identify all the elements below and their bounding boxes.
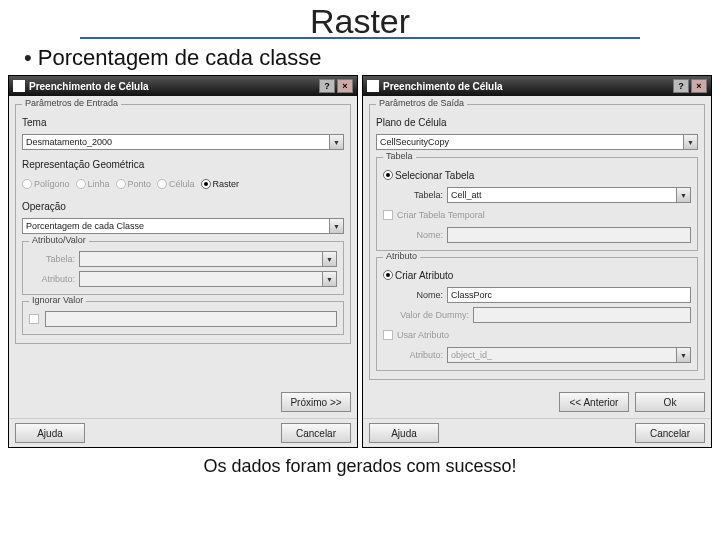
dialog-right: Preenchimento de Célula ? × Parâmetros d… bbox=[362, 75, 712, 448]
atributo-label: Atributo: bbox=[383, 350, 447, 360]
operation-label: Operação bbox=[22, 201, 66, 212]
tabela-label: Tabela: bbox=[29, 254, 79, 264]
help-button[interactable]: Ajuda bbox=[15, 423, 85, 443]
help-button[interactable]: Ajuda bbox=[369, 423, 439, 443]
tabela-combo[interactable]: Cell_att ▼ bbox=[447, 187, 691, 203]
chevron-down-icon[interactable]: ▼ bbox=[683, 135, 697, 149]
group-legend: Parâmetros de Saída bbox=[376, 98, 467, 108]
ignore-check bbox=[29, 314, 39, 324]
tabela-value: Cell_att bbox=[451, 190, 482, 200]
nome-tabela-label: Nome: bbox=[383, 230, 447, 240]
plano-combo[interactable]: CellSecurityCopy ▼ bbox=[376, 134, 698, 150]
group-input-params: Parâmetros de Entrada Tema Desmatamento_… bbox=[15, 104, 351, 344]
dialog-left: Preenchimento de Célula ? × Parâmetros d… bbox=[8, 75, 358, 448]
radio-poligono: Polígono bbox=[22, 179, 70, 189]
radio-ponto: Ponto bbox=[116, 179, 152, 189]
radio-label: Selecionar Tabela bbox=[395, 170, 474, 181]
ignore-value-input bbox=[45, 311, 337, 327]
atributo-combo: ▼ bbox=[79, 271, 337, 287]
plano-value: CellSecurityCopy bbox=[380, 137, 449, 147]
chevron-down-icon[interactable]: ▼ bbox=[329, 219, 343, 233]
radio-label: Polígono bbox=[34, 179, 70, 189]
atributo-label: Atributo: bbox=[29, 274, 79, 284]
group-legend: Atributo/Valor bbox=[29, 235, 89, 245]
close-icon[interactable]: × bbox=[337, 79, 353, 93]
dummy-input bbox=[473, 307, 691, 323]
dialog-container: Preenchimento de Célula ? × Parâmetros d… bbox=[0, 75, 720, 448]
operation-combo[interactable]: Porcentagem de cada Classe ▼ bbox=[22, 218, 344, 234]
radio-selecionar-tabela[interactable]: Selecionar Tabela bbox=[383, 170, 474, 181]
nome-attr-value: ClassPorc bbox=[451, 290, 492, 300]
chevron-down-icon: ▼ bbox=[676, 348, 690, 362]
ok-button[interactable]: Ok bbox=[635, 392, 705, 412]
titlebar-right: Preenchimento de Célula ? × bbox=[363, 76, 711, 96]
radio-label: Raster bbox=[213, 179, 240, 189]
representation-radios: Polígono Linha Ponto Célula Raster bbox=[22, 175, 344, 193]
slide-title: Raster bbox=[0, 0, 720, 41]
app-icon bbox=[367, 80, 379, 92]
prev-button[interactable]: << Anterior bbox=[559, 392, 629, 412]
radio-raster[interactable]: Raster bbox=[201, 179, 240, 189]
slide-bullet: Porcentagem de cada classe bbox=[0, 45, 720, 71]
chevron-down-icon[interactable]: ▼ bbox=[676, 188, 690, 202]
atributo-value: object_id_ bbox=[451, 350, 492, 360]
button-row-lower: Ajuda Cancelar bbox=[363, 418, 711, 447]
nome-attr-label: Nome: bbox=[383, 290, 447, 300]
next-button[interactable]: Próximo >> bbox=[281, 392, 351, 412]
tabela-combo: ▼ bbox=[79, 251, 337, 267]
radio-linha: Linha bbox=[76, 179, 110, 189]
radio-label: Ponto bbox=[128, 179, 152, 189]
help-button-icon[interactable]: ? bbox=[319, 79, 335, 93]
button-row-upper: << Anterior Ok bbox=[363, 388, 711, 416]
close-icon[interactable]: × bbox=[691, 79, 707, 93]
radio-label: Linha bbox=[88, 179, 110, 189]
chevron-down-icon: ▼ bbox=[322, 252, 336, 266]
radio-celula: Célula bbox=[157, 179, 195, 189]
nome-attr-input[interactable]: ClassPorc bbox=[447, 287, 691, 303]
cancel-button[interactable]: Cancelar bbox=[635, 423, 705, 443]
dialog-title: Preenchimento de Célula bbox=[29, 81, 148, 92]
group-legend: Parâmetros de Entrada bbox=[22, 98, 121, 108]
check-label: Criar Tabela Temporal bbox=[397, 210, 485, 220]
atributo-combo: object_id_ ▼ bbox=[447, 347, 691, 363]
operation-value: Porcentagem de cada Classe bbox=[26, 221, 144, 231]
app-icon bbox=[13, 80, 25, 92]
group-ignore-value: Ignorar Valor bbox=[22, 301, 344, 335]
radio-label: Criar Atributo bbox=[395, 270, 453, 281]
representation-label: Representação Geométrica bbox=[22, 159, 144, 170]
theme-combo[interactable]: Desmatamento_2000 ▼ bbox=[22, 134, 344, 150]
radio-criar-atributo[interactable]: Criar Atributo bbox=[383, 270, 453, 281]
titlebar-left: Preenchimento de Célula ? × bbox=[9, 76, 357, 96]
dialog-title: Preenchimento de Célula bbox=[383, 81, 502, 92]
group-legend: Atributo bbox=[383, 251, 420, 261]
usar-atributo-check[interactable]: Usar Atributo bbox=[383, 330, 449, 340]
footer-message: Os dados foram gerados com sucesso! bbox=[0, 448, 720, 477]
criar-tabela-check[interactable]: Criar Tabela Temporal bbox=[383, 210, 485, 220]
theme-label: Tema bbox=[22, 117, 46, 128]
button-row-upper: Próximo >> bbox=[9, 388, 357, 416]
help-button-icon[interactable]: ? bbox=[673, 79, 689, 93]
theme-value: Desmatamento_2000 bbox=[26, 137, 112, 147]
radio-label: Célula bbox=[169, 179, 195, 189]
button-row-lower: Ajuda Cancelar bbox=[9, 418, 357, 447]
group-legend: Tabela bbox=[383, 151, 416, 161]
dummy-label: Valor de Dummy: bbox=[383, 310, 473, 320]
check-label: Usar Atributo bbox=[397, 330, 449, 340]
group-attribute-value: Atributo/Valor Tabela: ▼ Atributo: ▼ bbox=[22, 241, 344, 295]
chevron-down-icon: ▼ bbox=[322, 272, 336, 286]
group-tabela: Tabela Selecionar Tabela Tabela: Cell_at… bbox=[376, 157, 698, 251]
cancel-button[interactable]: Cancelar bbox=[281, 423, 351, 443]
group-output-params: Parâmetros de Saída Plano de Célula Cell… bbox=[369, 104, 705, 380]
group-legend: Ignorar Valor bbox=[29, 295, 86, 305]
plano-label: Plano de Célula bbox=[376, 117, 447, 128]
group-atributo: Atributo Criar Atributo Nome: ClassPorc … bbox=[376, 257, 698, 371]
tabela-label: Tabela: bbox=[383, 190, 447, 200]
nome-tabela-input bbox=[447, 227, 691, 243]
chevron-down-icon[interactable]: ▼ bbox=[329, 135, 343, 149]
